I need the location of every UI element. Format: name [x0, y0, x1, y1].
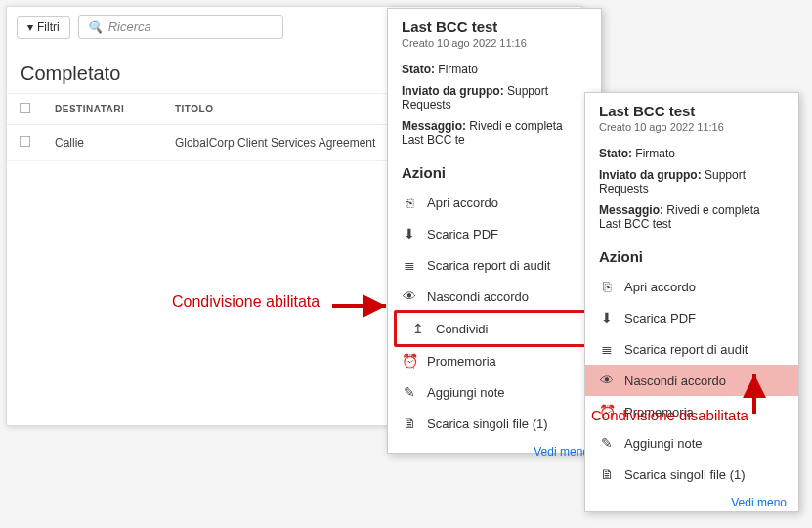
action-pdf[interactable]: ⬇ Scarica PDF: [388, 218, 601, 249]
action-open[interactable]: ⎘ Apri accordo: [388, 187, 601, 218]
action-open[interactable]: ⎘ Apri accordo: [585, 271, 798, 302]
row-checkbox[interactable]: [20, 136, 31, 148]
action-label: Apri accordo: [624, 280, 696, 294]
action-label: Scarica singoli file (1): [427, 417, 548, 431]
cell-destinatari: Callie: [43, 125, 163, 161]
action-label: Scarica PDF: [427, 227, 498, 242]
stato-value: Firmato: [438, 63, 478, 76]
action-label: Promemoria: [427, 354, 496, 369]
msg-label: Messaggio:: [402, 119, 466, 133]
vedi-meno-link[interactable]: Vedi meno: [534, 445, 589, 459]
search-placeholder: Ricerca: [108, 20, 151, 34]
detail-gruppo: Inviato da gruppo: Support Requests: [585, 164, 798, 199]
filter-label: Filtri: [37, 21, 60, 34]
detail-created: Creato 10 ago 2022 11:16: [388, 37, 601, 59]
stato-label: Stato:: [599, 147, 632, 160]
detail-stato: Stato: Firmato: [388, 59, 601, 80]
vedi-meno: Vedi meno: [388, 439, 601, 468]
action-label: Nascondi accordo: [624, 374, 726, 388]
annotation-disabled: Condivisione disabilitata: [591, 407, 748, 423]
stato-value: Firmato: [635, 147, 675, 160]
files-icon: 🗎: [599, 466, 615, 482]
filter-icon: ▾: [27, 21, 33, 34]
gruppo-label: Inviato da gruppo:: [599, 168, 702, 182]
detail-title: Last BCC test: [388, 9, 601, 37]
action-hide[interactable]: 👁 Nascondi accordo: [585, 365, 798, 396]
select-all-checkbox[interactable]: [20, 103, 31, 114]
action-audit[interactable]: ≣ Scarica report di audit: [585, 333, 798, 365]
action-files[interactable]: 🗎 Scarica singoli file (1): [388, 408, 601, 439]
action-audit[interactable]: ≣ Scarica report di audit: [388, 249, 601, 281]
detail-panel-right: Last BCC test Creato 10 ago 2022 11:16 S…: [584, 92, 799, 512]
action-note[interactable]: ✎ Aggiungi note: [388, 376, 601, 408]
note-icon: ✎: [599, 435, 615, 451]
share-icon: ↥: [410, 321, 426, 336]
annotation-enabled: Condivisione abilitata: [172, 293, 320, 311]
action-pdf[interactable]: ⬇ Scarica PDF: [585, 302, 798, 333]
vedi-meno: Vedi meno: [585, 490, 798, 519]
pdf-icon: ⬇: [599, 310, 615, 326]
azioni-header: Azioni: [585, 235, 798, 271]
action-label: Scarica report di audit: [624, 342, 748, 357]
search-input[interactable]: 🔍 Ricerca: [78, 15, 283, 39]
search-icon: 🔍: [87, 20, 103, 34]
audit-icon: ≣: [599, 341, 615, 357]
audit-icon: ≣: [402, 257, 417, 273]
note-icon: ✎: [402, 384, 417, 400]
action-label: Scarica PDF: [624, 311, 696, 326]
vedi-meno-link[interactable]: Vedi meno: [731, 496, 787, 509]
detail-gruppo: Inviato da gruppo: Support Requests: [388, 80, 601, 115]
action-label: Aggiungi note: [427, 385, 505, 400]
detail-stato: Stato: Firmato: [585, 143, 798, 164]
detail-messaggio: Messaggio: Rivedi e completa Last BCC te: [388, 115, 601, 151]
action-label: Scarica singoli file (1): [624, 467, 746, 482]
detail-messaggio: Messaggio: Rivedi e completa Last BCC te…: [585, 199, 798, 235]
detail-panel-left: Last BCC test Creato 10 ago 2022 11:16 S…: [387, 8, 602, 454]
msg-label: Messaggio:: [599, 203, 663, 217]
action-label: Nascondi accordo: [427, 289, 529, 304]
hide-icon: 👁: [599, 373, 615, 388]
detail-created: Creato 10 ago 2022 11:16: [585, 121, 798, 143]
action-label: Aggiungi note: [624, 436, 703, 451]
action-label: Apri accordo: [427, 196, 498, 210]
filter-button[interactable]: ▾ Filtri: [17, 16, 70, 39]
pdf-icon: ⬇: [402, 226, 417, 242]
clock-icon: ⏰: [402, 353, 417, 369]
open-icon: ⎘: [402, 195, 417, 210]
gruppo-label: Inviato da gruppo:: [402, 84, 504, 98]
azioni-header: Azioni: [388, 151, 601, 187]
detail-title: Last BCC test: [585, 93, 798, 121]
action-reminder[interactable]: ⏰ Promemoria: [388, 345, 601, 376]
hide-icon: 👁: [402, 288, 417, 304]
action-label: Scarica report di audit: [427, 258, 550, 273]
action-hide[interactable]: 👁 Nascondi accordo: [388, 281, 601, 312]
files-icon: 🗎: [402, 416, 417, 431]
action-share[interactable]: ↥ Condividi: [394, 310, 595, 347]
action-label: Condividi: [436, 322, 488, 336]
action-note[interactable]: ✎ Aggiungi note: [585, 427, 798, 459]
action-files[interactable]: 🗎 Scarica singoli file (1): [585, 459, 798, 490]
stato-label: Stato:: [402, 63, 435, 76]
col-destinatari[interactable]: DESTINATARI: [43, 94, 163, 125]
open-icon: ⎘: [599, 279, 615, 294]
